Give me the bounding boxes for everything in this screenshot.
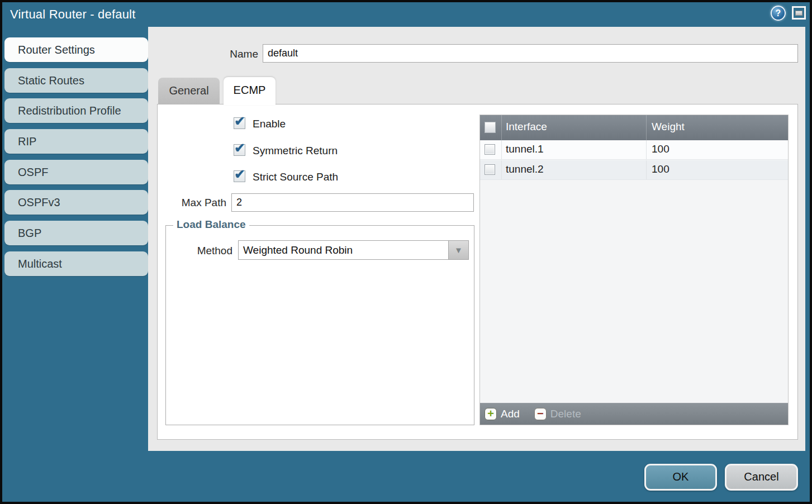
- enable-checkbox-label: Enable: [253, 118, 286, 130]
- plus-icon: +: [485, 408, 497, 420]
- name-label: Name: [196, 48, 258, 60]
- table-header: Interface Weight: [480, 115, 788, 140]
- cell-interface: tunnel.2: [506, 163, 544, 175]
- sidebar-item-label: OSPFv3: [18, 196, 60, 208]
- strict-source-path-checkbox[interactable]: ✔: [234, 170, 245, 182]
- cell-interface: tunnel.1: [506, 143, 544, 155]
- column-header-interface: Interface: [506, 121, 547, 133]
- dialog-title: Virtual Router - default: [10, 7, 136, 22]
- select-all-checkbox[interactable]: [485, 122, 496, 133]
- cell-weight: 100: [652, 163, 669, 175]
- column-header-weight: Weight: [652, 121, 685, 133]
- symmetric-return-checkbox[interactable]: ✔: [234, 144, 245, 156]
- sidebar-item-ospfv3[interactable]: OSPFv3: [4, 190, 148, 215]
- name-input[interactable]: [263, 44, 798, 63]
- table-row[interactable]: tunnel.2 100: [480, 160, 788, 180]
- sidebar-item-multicast[interactable]: Multicast: [4, 251, 148, 276]
- tab-general[interactable]: General: [158, 78, 220, 104]
- sidebar-item-ospf[interactable]: OSPF: [4, 160, 148, 184]
- cell-weight: 100: [652, 143, 669, 155]
- sidebar-item-label: BGP: [18, 227, 41, 239]
- strict-source-path-checkbox-label: Strict Source Path: [253, 171, 338, 183]
- enable-checkbox[interactable]: ✔: [234, 117, 245, 129]
- minus-icon: −: [534, 408, 547, 420]
- max-path-input[interactable]: [231, 193, 474, 212]
- ok-button[interactable]: OK: [644, 464, 717, 491]
- delete-button-label: Delete: [550, 408, 581, 420]
- table-row[interactable]: tunnel.1 100: [480, 140, 788, 160]
- sidebar-item-label: Router Settings: [18, 44, 95, 56]
- virtual-router-dialog: Virtual Router - default ? Router Settin…: [0, 0, 812, 504]
- help-icon[interactable]: ?: [771, 6, 786, 21]
- sidebar-item-label: RIP: [18, 135, 36, 148]
- load-balance-legend: Load Balance: [173, 218, 249, 231]
- sidebar-item-bgp[interactable]: BGP: [4, 221, 148, 245]
- add-button-label: Add: [501, 408, 520, 420]
- sidebar-item-label: Static Routes: [18, 74, 84, 87]
- method-dropdown[interactable]: Weighted Round Robin ▼: [238, 240, 469, 260]
- sidebar-item-router-settings[interactable]: Router Settings: [4, 37, 148, 62]
- sidebar-item-label: Redistribution Profile: [18, 104, 121, 117]
- sidebar-item-redistribution-profile[interactable]: Redistribution Profile: [4, 98, 148, 123]
- sidebar-item-static-routes[interactable]: Static Routes: [4, 68, 148, 93]
- max-path-label: Max Path: [156, 197, 226, 209]
- method-label: Method: [179, 245, 232, 257]
- row-checkbox[interactable]: [485, 144, 495, 155]
- sidebar-item-label: OSPF: [18, 166, 48, 178]
- sidebar-item-label: Multicast: [18, 258, 62, 270]
- table-toolbar: + Add − Delete: [480, 403, 788, 425]
- ecmp-interface-table: Interface Weight tunnel.1 100 tunnel.2 1…: [479, 115, 789, 425]
- cancel-button[interactable]: Cancel: [725, 464, 798, 491]
- delete-button[interactable]: − Delete: [534, 408, 581, 420]
- chevron-down-icon[interactable]: ▼: [448, 241, 468, 259]
- row-checkbox[interactable]: [485, 164, 495, 175]
- tab-ecmp[interactable]: ECMP: [224, 77, 276, 105]
- add-button[interactable]: + Add: [485, 408, 520, 420]
- symmetric-return-checkbox-label: Symmetric Return: [253, 145, 338, 157]
- restore-window-icon[interactable]: [792, 6, 806, 20]
- sidebar-item-rip[interactable]: RIP: [4, 129, 148, 154]
- method-dropdown-value: Weighted Round Robin: [243, 244, 353, 256]
